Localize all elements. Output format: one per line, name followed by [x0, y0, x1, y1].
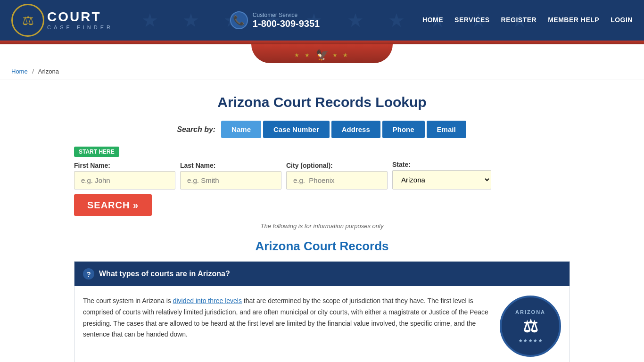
nav-register[interactable]: REGISTER: [501, 14, 537, 26]
logo-icon: ⚖: [11, 4, 44, 37]
nav-home[interactable]: HOME: [422, 14, 443, 26]
eagle-banner: ★ ★ 🦅 ★ ★: [0, 44, 644, 63]
nav-login[interactable]: LOGIN: [611, 14, 633, 26]
city-input[interactable]: [286, 171, 388, 189]
breadcrumb-current: Arizona: [38, 68, 59, 75]
city-label: City (optional):: [286, 162, 388, 169]
customer-service: 📞 Customer Service 1-800-309-9351: [230, 11, 320, 29]
tab-name[interactable]: Name: [221, 121, 261, 138]
page-title: Arizona Court Records Lookup: [74, 94, 570, 110]
search-button[interactable]: SEARCH »: [74, 194, 152, 216]
logo-area: ⚖ COURT CASE FINDER: [11, 4, 113, 37]
last-name-input[interactable]: [180, 171, 281, 189]
tab-email[interactable]: Email: [427, 121, 466, 138]
faq-header[interactable]: ? What types of courts are in Arizona?: [74, 262, 570, 286]
first-name-group: First Name:: [74, 162, 175, 189]
header-red-stripe: [0, 41, 644, 44]
faq-answer-part1: The court system in Arizona is: [83, 297, 173, 304]
breadcrumb-home[interactable]: Home: [11, 68, 28, 75]
eagle-icon: 🦅: [316, 49, 329, 61]
breadcrumb-separator: /: [32, 68, 34, 75]
city-group: City (optional):: [286, 162, 388, 189]
tab-phone[interactable]: Phone: [382, 121, 425, 138]
logo-text: COURT CASE FINDER: [47, 10, 113, 30]
stars-left: ★ ★: [294, 52, 312, 58]
info-note: The following is for information purpose…: [74, 222, 570, 230]
phone-icon: 📞: [230, 11, 248, 29]
last-name-group: Last Name:: [180, 162, 281, 189]
tab-case-number[interactable]: Case Number: [263, 121, 330, 138]
main-nav: HOME SERVICES REGISTER MEMBER HELP LOGIN: [422, 14, 633, 26]
logo-court-text: COURT: [47, 10, 113, 24]
faq-item: ? What types of courts are in Arizona? T…: [74, 261, 570, 362]
eagle-inner: ★ ★ 🦅 ★ ★: [285, 47, 359, 63]
faq-answer-link[interactable]: divided into three levels: [173, 297, 242, 304]
stars-right: ★ ★: [332, 52, 350, 58]
tab-address[interactable]: Address: [331, 121, 380, 138]
faq-answer-text: The court system in Arizona is divided i…: [83, 296, 490, 357]
state-select[interactable]: Arizona: [392, 170, 491, 189]
seal-text-bottom: ★ ★ ★ ★ ★: [519, 338, 542, 343]
search-form-row: First Name: Last Name: City (optional): …: [74, 161, 570, 216]
cs-label: Customer Service: [253, 12, 320, 18]
start-here-badge: START HERE: [74, 147, 119, 157]
seal-emblem: ⚖: [523, 317, 538, 337]
state-group: State: Arizona: [392, 161, 491, 189]
nav-member-help[interactable]: MEMBER HELP: [548, 14, 599, 26]
state-label: State:: [392, 161, 491, 168]
cs-phone: 1-800-309-9351: [253, 18, 320, 29]
search-form-container: START HERE First Name: Last Name: City (…: [74, 147, 570, 216]
logo-case-finder-text: CASE FINDER: [47, 25, 113, 30]
cs-text: Customer Service 1-800-309-9351: [253, 12, 320, 29]
first-name-label: First Name:: [74, 162, 175, 169]
seal-inner: ARIZONA ⚖ ★ ★ ★ ★ ★: [515, 309, 545, 343]
first-name-input[interactable]: [74, 171, 175, 189]
search-by-row: Search by: Name Case Number Address Phon…: [74, 120, 570, 139]
nav-services[interactable]: SERVICES: [454, 14, 490, 26]
main-content: Arizona Court Records Lookup Search by: …: [63, 80, 581, 362]
section-heading: Arizona Court Records: [74, 239, 570, 254]
search-by-label: Search by:: [177, 125, 215, 134]
breadcrumb: Home / Arizona: [0, 63, 644, 80]
faq-question-text: What types of courts are in Arizona?: [99, 270, 230, 278]
arizona-seal: ARIZONA ⚖ ★ ★ ★ ★ ★: [500, 296, 561, 357]
seal-text-top: ARIZONA: [515, 309, 545, 315]
site-header: ★ ★ ★ ★ ★ ★ ★ ★ ★ ★ ⚖ COURT CASE FINDER …: [0, 0, 644, 41]
last-name-label: Last Name:: [180, 162, 281, 169]
faq-question-icon: ?: [83, 268, 94, 280]
faq-body: The court system in Arizona is divided i…: [74, 286, 570, 362]
